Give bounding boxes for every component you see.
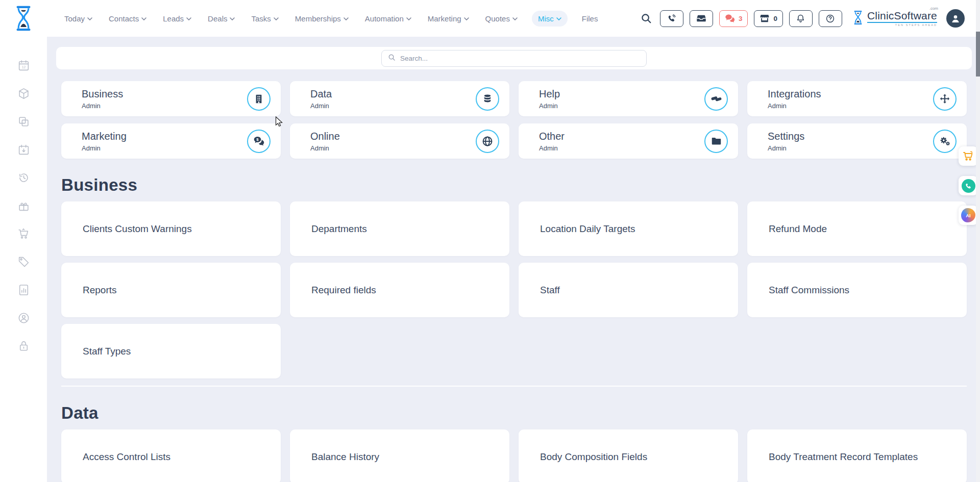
phone-button[interactable]: [660, 10, 683, 27]
card-label: Staff: [540, 285, 560, 296]
nav-item-today[interactable]: Today: [62, 11, 94, 27]
card-clients-custom-warnings[interactable]: Clients Custom Warnings: [61, 201, 281, 256]
sidebar-item-gift[interactable]: [17, 199, 30, 212]
category-text: BusinessAdmin: [82, 88, 123, 110]
card-grid: Clients Custom WarningsDepartmentsLocati…: [61, 201, 967, 378]
nav-item-leads[interactable]: Leads: [161, 11, 193, 27]
search-box: [381, 50, 647, 67]
phone-icon: [667, 14, 676, 23]
topbar-buttons: 30: [660, 10, 842, 27]
help-button[interactable]: [819, 10, 842, 27]
category-grid: BusinessAdminDataAdminHelpAdminIntegrati…: [61, 81, 967, 159]
nav-item-label: Leads: [163, 14, 184, 23]
app-logo[interactable]: [0, 5, 47, 32]
tags-icon: [17, 256, 30, 268]
nav-item-label: Quotes: [485, 14, 510, 23]
chevron-down-icon: [186, 17, 191, 20]
nav-item-automation[interactable]: Automation: [363, 11, 413, 27]
category-card-marketing[interactable]: MarketingAdmin$: [61, 123, 281, 159]
category-text: DataAdmin: [310, 88, 332, 110]
card-body-treatment-record-templates[interactable]: Body Treatment Record Templates: [747, 429, 967, 482]
folder-icon: [704, 130, 728, 153]
inbox-button[interactable]: [690, 10, 713, 27]
scrollbar-thumb[interactable]: [976, 32, 980, 77]
nav-item-memberships[interactable]: Memberships: [293, 11, 351, 27]
sidebar-item-calendar-12[interactable]: 12: [17, 59, 30, 72]
card-label: Refund Mode: [769, 223, 827, 235]
nav-item-quotes[interactable]: Quotes: [483, 11, 520, 27]
nav-item-marketing[interactable]: Marketing: [426, 11, 471, 27]
main-content: BusinessAdminDataAdminHelpAdminIntegrati…: [47, 37, 980, 482]
sidebar-item-package[interactable]: [17, 87, 30, 100]
brand-underline: [867, 22, 937, 23]
category-subtitle: Admin: [768, 144, 804, 152]
sidebar-item-tags[interactable]: [17, 256, 30, 268]
bell-button[interactable]: [789, 10, 813, 27]
brand-logo: ClinicSoftware .com TEN STEPS AHEAD: [852, 10, 937, 27]
card-balance-history[interactable]: Balance History: [290, 429, 509, 482]
chevron-down-icon: [556, 17, 561, 20]
nav-item-files[interactable]: Files: [580, 11, 600, 27]
sidebar-item-history[interactable]: [17, 171, 30, 184]
card-label: Access Control Lists: [83, 451, 170, 463]
category-card-business[interactable]: BusinessAdmin: [61, 81, 281, 116]
whatsapp-icon: [962, 179, 975, 193]
card-body-composition-fields[interactable]: Body Composition Fields: [519, 429, 738, 482]
category-card-integrations[interactable]: IntegrationsAdmin: [747, 81, 967, 116]
card-staff-types[interactable]: Staff Types: [61, 324, 281, 378]
user-avatar[interactable]: [946, 9, 965, 28]
search-icon[interactable]: [641, 13, 652, 24]
card-access-control-lists[interactable]: Access Control Lists: [61, 429, 281, 482]
svg-text:$: $: [256, 137, 259, 142]
brand-text: ClinicSoftware .com TEN STEPS AHEAD: [867, 10, 937, 27]
category-card-other[interactable]: OtherAdmin: [519, 123, 738, 159]
search-input[interactable]: [400, 55, 640, 62]
gears-icon: [933, 130, 957, 153]
help-icon: [825, 14, 835, 23]
chevron-down-icon: [230, 17, 235, 20]
history-icon: [17, 171, 30, 184]
report-icon: [17, 284, 30, 296]
category-title: Business: [82, 88, 123, 100]
card-required-fields[interactable]: Required fields: [290, 263, 509, 317]
nav-item-deals[interactable]: Deals: [206, 11, 237, 27]
nav-item-label: Tasks: [251, 14, 271, 23]
store-button[interactable]: 0: [754, 10, 783, 27]
comment-dollar-icon: $: [247, 130, 271, 153]
card-staff[interactable]: Staff: [519, 263, 738, 317]
floating-ai-button[interactable]: AI: [959, 206, 978, 225]
chevron-down-icon: [87, 17, 92, 20]
calendar-arrow-icon: [17, 143, 30, 156]
card-location-daily-targets[interactable]: Location Daily Targets: [519, 201, 738, 256]
category-card-data[interactable]: DataAdmin: [290, 81, 509, 116]
nav-item-contacts[interactable]: Contacts: [107, 11, 149, 27]
sidebar-item-calendar-arrow[interactable]: [17, 143, 30, 156]
card-refund-mode[interactable]: Refund Mode: [747, 201, 967, 256]
calendar-12-icon: 12: [17, 59, 30, 72]
sidebar-item-cart[interactable]: [17, 227, 30, 240]
card-reports[interactable]: Reports: [61, 263, 281, 317]
sidebar-item-user-status[interactable]: [17, 312, 30, 324]
sidebar-item-report[interactable]: [17, 284, 30, 296]
inbox-icon: [696, 13, 706, 23]
sidebar-item-copy[interactable]: [17, 115, 30, 128]
floating-whatsapp-button[interactable]: [959, 176, 978, 195]
chevron-down-icon: [464, 17, 469, 20]
category-card-online[interactable]: OnlineAdmin: [290, 123, 509, 159]
card-staff-commissions[interactable]: Staff Commissions: [747, 263, 967, 317]
sidebar-item-lock[interactable]: [17, 340, 30, 352]
chevron-down-icon: [512, 17, 518, 20]
category-card-settings[interactable]: SettingsAdmin: [747, 123, 967, 159]
nav-item-label: Today: [64, 14, 85, 23]
category-subtitle: Admin: [310, 144, 340, 152]
chat-button[interactable]: 3: [719, 10, 748, 27]
lock-icon: [17, 340, 30, 352]
nav-item-misc[interactable]: Misc: [532, 11, 568, 27]
card-label: Departments: [311, 223, 367, 235]
card-departments[interactable]: Departments: [290, 201, 509, 256]
category-card-help[interactable]: HelpAdmin: [519, 81, 738, 116]
nav-item-tasks[interactable]: Tasks: [249, 11, 280, 27]
badge-count: 3: [739, 15, 743, 22]
floating-cart-orange-button[interactable]: [959, 146, 978, 166]
phone-glyph: [962, 179, 975, 193]
